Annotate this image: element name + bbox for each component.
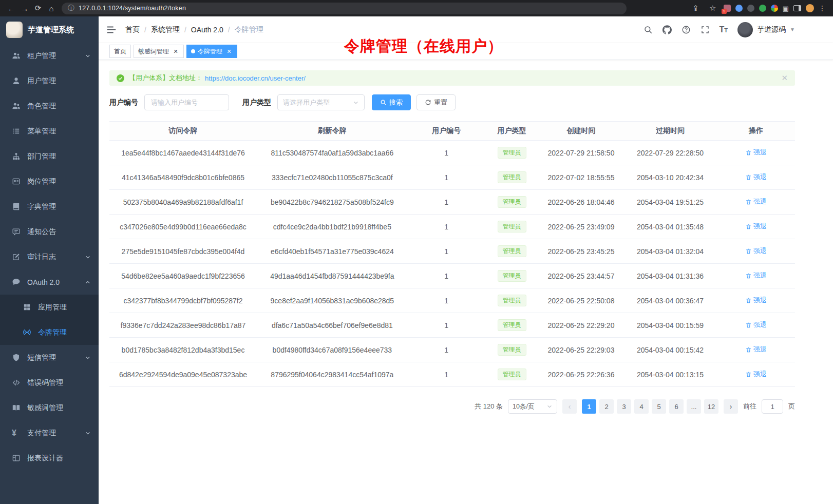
force-logout-button[interactable]: 强退 — [745, 148, 767, 157]
force-logout-button[interactable]: 强退 — [745, 172, 767, 182]
browser-url-bar[interactable]: ⓘ 127.0.0.1:1024/system/oauth2/token — [62, 3, 627, 14]
app-logo[interactable]: 芋道管理系统 — [0, 16, 99, 43]
page-button-4[interactable]: 4 — [634, 399, 649, 414]
share-icon[interactable]: ⇪ — [690, 2, 702, 14]
extensions-puzzle-icon[interactable]: ▣ — [783, 5, 789, 12]
tab-sensitive-word[interactable]: 敏感词管理✕ — [134, 45, 184, 58]
sidebar-item-label: 令牌管理 — [38, 328, 67, 337]
sidebar-item-oauth2-app[interactable]: 应用管理 — [0, 295, 99, 320]
pagination-total: 共 120 条 — [475, 402, 503, 411]
site-info-icon[interactable]: ⓘ — [68, 4, 74, 13]
alert-text: 【用户体系】文档地址： — [129, 73, 202, 83]
browser-refresh-button[interactable]: ⟳ — [32, 2, 44, 14]
browser-menu-icon[interactable]: ⋮ — [819, 4, 826, 12]
browser-home-button[interactable]: ⌂ — [45, 2, 58, 14]
reset-button[interactable]: 重置 — [416, 94, 456, 110]
force-logout-button[interactable]: 强退 — [745, 345, 767, 354]
tab-home[interactable]: 首页 — [109, 45, 131, 58]
fullscreen-icon[interactable] — [701, 25, 710, 34]
bookmark-star-icon[interactable]: ☆ — [707, 2, 719, 14]
sidebar-item-pay[interactable]: ¥支付管理 — [0, 420, 99, 445]
extension-icon-4[interactable] — [759, 5, 766, 12]
sidebar-item-report-designer[interactable]: 报表设计器 — [0, 445, 99, 471]
breadcrumb-system[interactable]: 系统管理 — [151, 25, 180, 34]
expires-at-cell: 2054-03-04 00:15:59 — [623, 313, 717, 338]
search-button[interactable]: 搜索 — [372, 94, 411, 110]
page-button-2[interactable]: 2 — [599, 399, 614, 414]
sidebar-item-user[interactable]: 用户管理 — [0, 68, 99, 93]
refresh-token-cell: 9ce8ef2aa9f14056b831ae9b608e28d5 — [257, 288, 408, 313]
goto-page-input[interactable] — [762, 399, 783, 414]
search-icon[interactable] — [643, 25, 653, 34]
tab-token-management[interactable]: 令牌管理✕ — [186, 45, 237, 58]
sidebar-item-dict[interactable]: 字典管理 — [0, 194, 99, 219]
sidebar-item-notice[interactable]: 通知公告 — [0, 219, 99, 244]
tab-close-icon[interactable]: ✕ — [225, 48, 233, 55]
sidebar-item-dept[interactable]: 部门管理 — [0, 144, 99, 169]
browser-back-button[interactable]: ← — [5, 2, 17, 14]
page-size-select[interactable]: 10条/页 — [508, 399, 557, 414]
alert-close-icon[interactable]: ✕ — [781, 73, 788, 83]
sidebar-toggle-button[interactable] — [106, 24, 117, 35]
chevron-down-icon — [85, 53, 91, 59]
sidebar-item-audit-log[interactable]: 审计日志 — [0, 244, 99, 269]
sidebar-item-sms[interactable]: 短信管理 — [0, 345, 99, 370]
sidebar-item-label: 报表设计器 — [27, 454, 63, 463]
force-logout-button[interactable]: 强退 — [745, 296, 767, 305]
table-header-row: 访问令牌刷新令牌用户编号用户类型创建时间过期时间操作 — [109, 122, 795, 141]
tab-close-icon[interactable]: ✕ — [172, 48, 179, 55]
sidebar-item-menu[interactable]: 菜单管理 — [0, 119, 99, 144]
table-row: c347026e805e4d99b0d116eae66eda8ccdfc4ce9… — [109, 215, 795, 239]
user-id-cell: 1 — [408, 288, 485, 313]
prev-page-button[interactable]: ‹ — [562, 399, 577, 414]
sidebar-item-label: OAuth 2.0 — [27, 278, 60, 286]
user-type-badge: 管理员 — [498, 319, 526, 331]
help-icon[interactable] — [681, 25, 691, 34]
user-type-badge: 管理员 — [498, 270, 526, 282]
force-logout-button[interactable]: 强退 — [745, 197, 767, 206]
extension-icon-5[interactable] — [771, 5, 778, 12]
sidebar-item-tenant[interactable]: 租户管理 — [0, 43, 99, 68]
delete-icon — [745, 297, 752, 304]
next-page-button[interactable]: › — [724, 399, 738, 414]
side-panel-icon[interactable] — [793, 5, 801, 11]
force-logout-button[interactable]: 强退 — [745, 246, 767, 256]
page-ellipsis[interactable]: ... — [687, 399, 701, 414]
breadcrumb-oauth2[interactable]: OAuth 2.0 — [191, 26, 223, 34]
github-icon[interactable] — [662, 25, 672, 34]
sidebar-item-error-code[interactable]: 错误码管理 — [0, 370, 99, 395]
page-button-5[interactable]: 5 — [652, 399, 666, 414]
force-logout-button[interactable]: 强退 — [745, 222, 767, 231]
browser-profile-avatar[interactable] — [806, 4, 814, 12]
sidebar-item-post[interactable]: 岗位管理 — [0, 169, 99, 194]
extension-icon-2[interactable] — [735, 5, 743, 12]
sidebar: 芋道管理系统 租户管理用户管理角色管理菜单管理部门管理岗位管理字典管理通知公告审… — [0, 16, 99, 504]
force-logout-button[interactable]: 强退 — [745, 370, 767, 379]
breadcrumb-home[interactable]: 首页 — [125, 25, 140, 34]
page-button-1[interactable]: 1 — [582, 399, 596, 414]
page-button-12[interactable]: 12 — [704, 399, 718, 414]
sidebar-item-role[interactable]: 角色管理 — [0, 93, 99, 119]
sidebar-item-sensitive-word[interactable]: 敏感词管理 — [0, 395, 99, 420]
created-at-cell: 2022-06-25 22:50:08 — [539, 288, 624, 313]
page-button-6[interactable]: 6 — [669, 399, 684, 414]
extension-icon-1[interactable]: 1 — [724, 5, 731, 12]
created-at-cell: 2022-06-25 23:44:57 — [539, 264, 624, 288]
page-button-3[interactable]: 3 — [617, 399, 631, 414]
font-size-icon[interactable]: TT — [720, 25, 728, 34]
extension-icon-3[interactable] — [747, 5, 754, 12]
access-token-cell: 54d6be82ee5a460a9aedc1f9bf223656 — [109, 264, 257, 288]
user-type-cell: 管理员 — [485, 190, 539, 215]
sidebar-item-label: 支付管理 — [27, 429, 56, 438]
user-id-input[interactable] — [144, 94, 229, 110]
sidebar-item-oauth2-token[interactable]: 令牌管理 — [0, 320, 99, 345]
user-type-cell: 管理员 — [485, 215, 539, 239]
doc-link[interactable]: https://doc.iocoder.cn/user-center/ — [205, 74, 306, 82]
force-logout-button[interactable]: 强退 — [745, 320, 767, 329]
force-logout-button[interactable]: 强退 — [745, 271, 767, 280]
user-menu[interactable]: 芋道源码 ▼ — [737, 22, 795, 37]
sidebar-item-oauth2[interactable]: OAuth 2.0 — [0, 269, 99, 295]
browser-forward-button[interactable]: → — [18, 2, 31, 14]
user-type-select[interactable]: 请选择用户类型 — [277, 94, 365, 110]
tags-bar: 首页敏感词管理✕令牌管理✕ — [99, 43, 833, 60]
